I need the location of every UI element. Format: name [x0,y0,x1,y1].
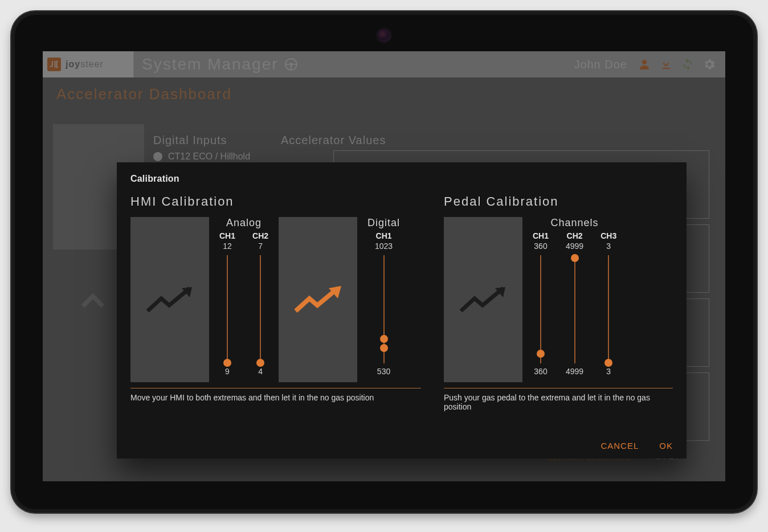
tablet-frame: joysteer System Manager John Doe [11,11,757,513]
slider-track[interactable] [260,255,261,363]
hmi-analog-group: Analog CH1 12 9 [219,217,268,376]
chevron-left-icon[interactable] [76,285,110,321]
user-name[interactable]: John Doe [574,58,627,71]
pedal-channels-group: Channels CH1 360 360 [533,217,616,376]
slider-thumb[interactable] [256,359,264,367]
slider-thumb[interactable] [223,359,231,367]
modal-title: Calibration [130,174,673,184]
hmi-instructions: Move your HMI to both extremas and then … [130,393,421,402]
slider-track[interactable] [383,255,385,363]
hmi-analog-ch1: CH1 12 9 [219,231,235,376]
pedal-ch2: CH2 4999 4999 [566,231,583,376]
radio-icon [153,152,162,161]
section-divider [130,388,421,388]
ok-button[interactable]: OK [659,441,673,451]
steering-wheel-icon [284,58,298,71]
slider-thumb[interactable] [380,335,388,343]
slider-thumb[interactable] [537,350,545,358]
slider-track[interactable] [227,255,228,363]
cancel-button[interactable]: CANCEL [600,441,639,451]
pedal-calibration-section: Pedal Calibration Channels [444,194,673,432]
analog-label: Analog [226,217,262,229]
hmi-section-title: HMI Calibration [130,194,421,209]
trend-up-icon [144,283,195,317]
pedal-section-title: Pedal Calibration [444,194,673,209]
slider-track[interactable] [540,255,541,363]
calibration-modal: Calibration HMI Calibration Analog [117,162,687,459]
digital-label: Digital [367,217,400,229]
channels-label: Channels [551,217,599,229]
appbar-actions: John Doe [574,58,725,71]
brand-logo-text: joysteer [66,59,104,69]
page-title: Accelerator Dashboard [43,77,725,109]
hmi-analog-chart [130,217,209,382]
hmi-analog-ch2: CH2 7 4 [252,231,268,376]
app-title-text: System Manager [142,55,279,73]
svg-point-2 [642,60,647,64]
slider-thumb[interactable] [380,344,388,352]
tablet-camera [377,28,391,42]
accelerator-values-heading: Accelerator Values [281,134,386,147]
gear-icon[interactable] [702,58,716,71]
slider-thumb[interactable] [604,359,612,367]
download-icon[interactable] [659,58,673,71]
hmi-digital-chart [279,217,357,382]
digital-inputs-heading: Digital Inputs [153,134,227,147]
pedal-ch1: CH1 360 360 [533,231,549,376]
slider-track[interactable] [574,255,575,363]
modal-actions: CANCEL OK [130,432,673,451]
brand-logo-icon [47,58,61,71]
app-bar: joysteer System Manager John Doe [43,51,725,77]
hmi-digital-ch1: CH1 1023 530 [375,231,393,376]
trend-up-icon [457,283,509,317]
slider-thumb[interactable] [571,254,579,262]
pedal-instructions: Push your gas pedal to the extrema and l… [444,393,673,411]
digital-input-label: CT12 ECO / Hillhold [168,152,250,162]
app-title: System Manager [142,55,298,73]
screen: joysteer System Manager John Doe [43,51,725,481]
slider-track[interactable] [608,255,609,363]
sync-icon[interactable] [681,58,695,71]
user-icon[interactable] [638,58,651,71]
brand-logo[interactable]: joysteer [43,51,134,77]
pedal-chart [444,217,522,382]
hmi-digital-group: Digital CH1 1023 530 [367,217,400,376]
trend-up-icon [292,283,344,317]
hmi-calibration-section: HMI Calibration Analog [130,194,421,432]
digital-input-row[interactable]: CT12 ECO / Hillhold [153,152,250,162]
pedal-ch3: CH3 3 3 [600,231,616,376]
section-divider [444,388,673,388]
